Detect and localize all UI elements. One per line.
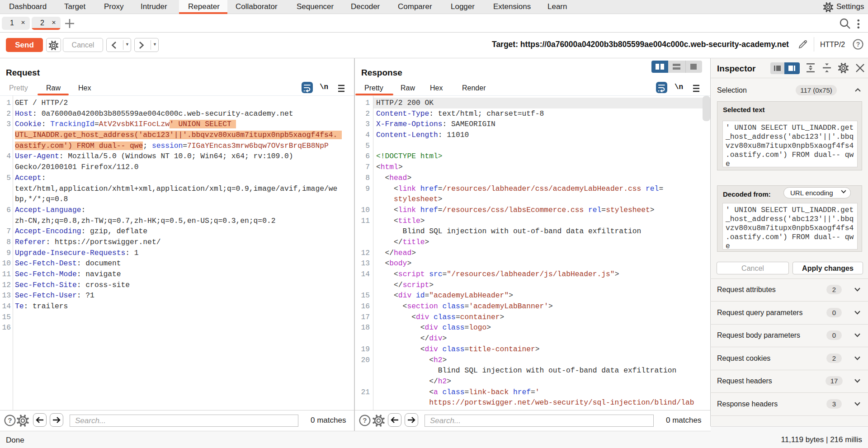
- svg-text:?: ?: [8, 416, 12, 424]
- svg-text:?: ?: [856, 41, 860, 48]
- svg-text:?: ?: [363, 416, 367, 424]
